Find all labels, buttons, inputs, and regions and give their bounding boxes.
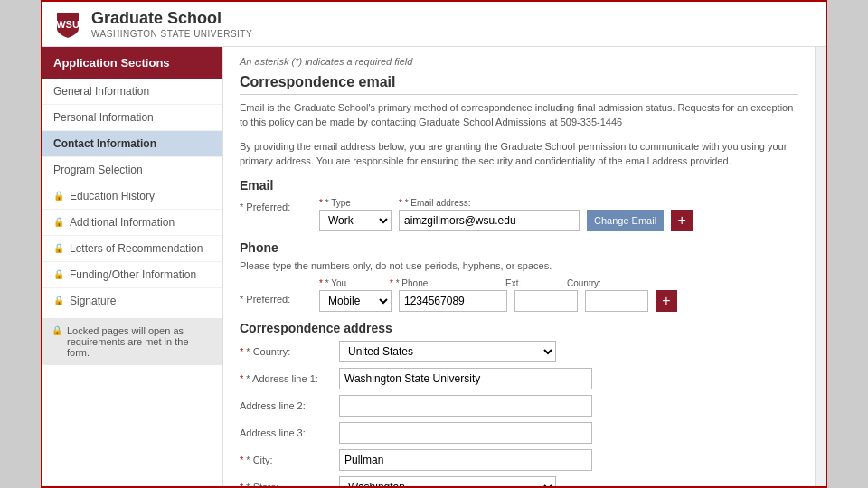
- email-field-group: * Email address:: [399, 198, 580, 231]
- country-label: Country:: [567, 278, 621, 288]
- add-email-button[interactable]: +: [671, 210, 693, 231]
- state-row: * State: Washington: [240, 476, 798, 486]
- city-input[interactable]: [339, 449, 592, 471]
- phone-label: * Phone:: [390, 278, 498, 288]
- sidebar-item-personal[interactable]: Personal Information: [42, 105, 222, 131]
- content-area: An asterisk (*) indicates a required fie…: [223, 47, 815, 486]
- sidebar-item-label: Contact Information: [53, 137, 156, 150]
- address2-input[interactable]: [339, 395, 592, 417]
- sidebar-title: Application Sections: [42, 47, 222, 79]
- address-section-title: Correspondence address: [240, 321, 798, 335]
- email-input[interactable]: [399, 210, 580, 231]
- sidebar-item-label: Personal Information: [53, 111, 154, 124]
- sidebar-item-label: Signature: [70, 295, 116, 307]
- email-form-row: * Preferred: * Type Work * Email address…: [240, 198, 798, 231]
- phone-desc: Please type the numbers only, do not use…: [240, 260, 798, 271]
- email-type-select[interactable]: Work: [319, 210, 392, 231]
- country-select[interactable]: United States: [339, 341, 556, 362]
- sidebar-item-label: Letters of Recommendation: [70, 242, 203, 255]
- sidebar-item-education[interactable]: 🔒 Education History: [42, 183, 222, 210]
- phone-you-select[interactable]: Mobile: [319, 290, 392, 312]
- change-email-button[interactable]: Change Email: [587, 210, 664, 231]
- country-row: * Country: United States: [240, 341, 798, 362]
- address1-input[interactable]: [339, 368, 592, 389]
- phone-form-row: * Preferred: Mobile +: [240, 290, 798, 312]
- state-select[interactable]: Washington: [339, 476, 556, 486]
- lock-icon: 🔒: [53, 191, 64, 201]
- app-title: Graduate School: [91, 9, 252, 29]
- city-row: * City:: [240, 449, 798, 471]
- sidebar-item-contact[interactable]: Contact Information: [42, 131, 222, 157]
- header-text: Graduate School Washington State Univers…: [91, 9, 252, 39]
- country-label: * Country:: [240, 346, 330, 357]
- page-title: Correspondence email: [240, 74, 798, 95]
- address-section: Correspondence address * Country: United…: [240, 321, 798, 486]
- email-field-label: * Email address:: [399, 198, 580, 208]
- address3-input[interactable]: [339, 422, 592, 444]
- add-phone-button[interactable]: +: [656, 290, 677, 312]
- section-desc-2: By providing the email address below, yo…: [240, 139, 798, 169]
- phone-section: Phone Please type the numbers only, do n…: [240, 240, 798, 312]
- lock-icon: 🔒: [52, 325, 62, 335]
- app-header: WSU Graduate School Washington State Uni…: [42, 2, 826, 47]
- sidebar-item-label: Education History: [70, 190, 155, 202]
- app-subtitle: Washington State University: [91, 29, 252, 39]
- phone-section-title: Phone: [240, 240, 798, 255]
- phone-labels-row: * You * Phone: Ext. Country:: [319, 278, 798, 288]
- scrollbar[interactable]: [815, 47, 826, 486]
- you-label: * You: [319, 278, 382, 288]
- ext-label: Ext.: [505, 278, 560, 288]
- sidebar-item-general[interactable]: General Information: [42, 79, 222, 105]
- type-field-label: * Type: [319, 198, 392, 208]
- preferred-label: * Preferred:: [240, 198, 312, 212]
- section-desc-1: Email is the Graduate School's primary m…: [240, 100, 798, 130]
- type-field-group: * Type Work: [319, 198, 392, 231]
- lock-icon: 🔒: [53, 217, 64, 227]
- sidebar-note: 🔒 Locked pages will open as requirements…: [42, 318, 222, 365]
- phone-ext-input[interactable]: [514, 290, 578, 312]
- email-fields: * Type Work * Email address: Change Emai…: [319, 198, 798, 231]
- phone-country-input[interactable]: [585, 290, 648, 312]
- phone-fields: Mobile +: [319, 290, 798, 312]
- sidebar-item-program[interactable]: Program Selection: [42, 157, 222, 183]
- wsu-logo: WSU: [53, 9, 82, 38]
- phone-preferred-label: * Preferred:: [240, 290, 312, 305]
- sidebar-item-signature[interactable]: 🔒 Signature: [42, 288, 222, 314]
- sidebar-item-additional[interactable]: 🔒 Additional Information: [42, 210, 222, 236]
- lock-icon: 🔒: [53, 243, 64, 253]
- sidebar: Application Sections General Information…: [42, 47, 223, 486]
- address1-label: * Address line 1:: [240, 373, 330, 384]
- sidebar-item-label: Funding/Other Information: [70, 268, 196, 281]
- city-label: * City:: [240, 455, 330, 465]
- email-section-title: Email: [240, 178, 798, 192]
- address3-row: Address line 3:: [240, 422, 798, 444]
- sidebar-item-label: Program Selection: [53, 164, 143, 176]
- sidebar-item-funding[interactable]: 🔒 Funding/Other Information: [42, 262, 222, 288]
- lock-icon: 🔒: [53, 269, 64, 279]
- sidebar-item-label: General Information: [53, 85, 149, 98]
- address1-row: * Address line 1:: [240, 368, 798, 389]
- sidebar-item-letters[interactable]: 🔒 Letters of Recommendation: [42, 236, 222, 262]
- svg-text:WSU: WSU: [56, 19, 80, 30]
- address3-label: Address line 3:: [240, 427, 330, 438]
- required-note: An asterisk (*) indicates a required fie…: [240, 56, 798, 67]
- lock-icon: 🔒: [53, 296, 64, 305]
- sidebar-item-label: Additional Information: [70, 216, 175, 229]
- state-label: * State:: [240, 482, 330, 486]
- address2-row: Address line 2:: [240, 395, 798, 417]
- address2-label: Address line 2:: [240, 400, 330, 411]
- phone-input[interactable]: [399, 290, 507, 312]
